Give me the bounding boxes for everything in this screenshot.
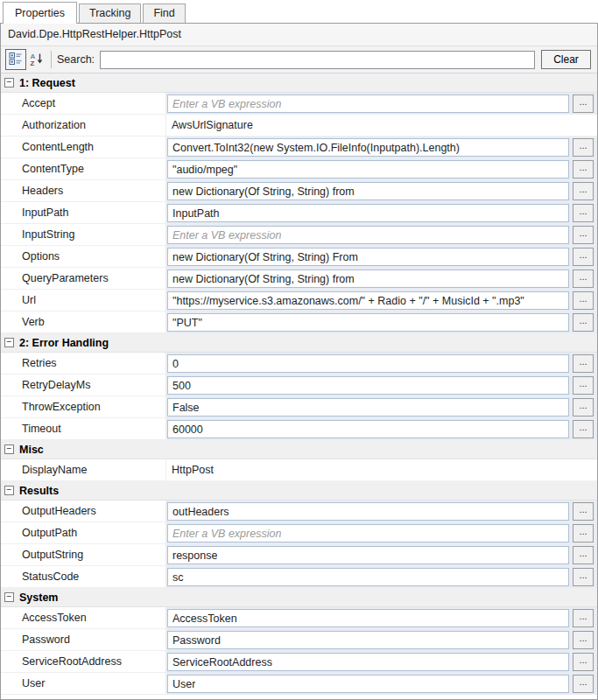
expression-text: Convert.ToInt32(new System.IO.FileInfo(I… [172,142,460,154]
property-row: Url"https://myservice.s3.amazonaws.com/"… [1,290,597,312]
property-label: Url [1,290,166,312]
expression-text: new Dictionary(Of String, String) From [172,251,358,263]
expression-input[interactable]: Enter a VB expression [167,524,569,542]
property-value-cell: AccessToken... [166,607,597,629]
property-value-text[interactable]: AwsUrlSignature [166,119,253,131]
ellipsis-button[interactable]: ... [573,609,594,627]
expression-input[interactable]: new Dictionary(Of String, String) from [167,270,569,288]
ellipsis-button[interactable]: ... [573,398,594,416]
property-row: AcceptEnter a VB expression... [1,93,597,115]
section-header[interactable]: −2: Error Handling [1,333,597,353]
expression-input[interactable]: new Dictionary(Of String, String) from [167,182,569,200]
section-header[interactable]: −System [1,588,597,607]
section-header[interactable]: −Results [1,481,597,500]
ellipsis-button[interactable]: ... [573,270,594,288]
clear-search-button[interactable]: Clear [541,50,591,69]
expression-input[interactable]: 0 [167,354,569,373]
property-label: Headers [1,180,166,202]
ellipsis-button[interactable]: ... [573,94,594,113]
search-input[interactable] [100,51,535,69]
ellipsis-button[interactable]: ... [573,376,594,395]
expression-text: Password [172,634,221,647]
expression-input[interactable]: 60000 [167,420,569,438]
expression-input[interactable]: ServiceRootAddress [167,653,569,671]
ellipsis-button[interactable]: ... [573,354,594,373]
ellipsis-button[interactable]: ... [573,420,594,438]
ellipsis-button[interactable]: ... [573,502,594,521]
property-label: Authorization [1,115,166,136]
ellipsis-button[interactable]: ... [573,653,594,671]
expression-input[interactable]: 500 [167,376,569,395]
ellipsis-button[interactable]: ... [573,138,594,157]
expression-input[interactable]: outHeaders [167,502,569,521]
properties-panel: Properties Tracking Find David.Dpe.HttpR… [0,0,598,700]
expression-input[interactable]: new Dictionary(Of String, String) From [167,248,569,266]
ellipsis-button[interactable]: ... [573,675,594,693]
ellipsis-button[interactable]: ... [573,204,594,222]
ellipsis-button[interactable]: ... [573,313,594,332]
expression-input[interactable]: Enter a VB expression [167,94,569,113]
ellipsis-button[interactable]: ... [573,248,594,266]
property-value-cell: HttpPost [166,459,597,481]
tab-tracking[interactable]: Tracking [79,4,141,23]
expression-text: outHeaders [172,506,229,518]
section-title: Results [19,485,59,497]
property-row: PasswordPassword... [1,629,597,651]
expression-input[interactable]: InputPath [167,204,569,222]
ellipsis-button[interactable]: ... [573,291,594,310]
expression-input[interactable]: Enter a VB expression [167,226,569,244]
expression-input[interactable]: AccessToken [167,609,569,627]
property-label: InputString [1,224,166,246]
property-row: InputStringEnter a VB expression... [1,224,597,246]
property-value-cell: InputPath... [166,202,597,224]
tab-find[interactable]: Find [143,4,185,23]
expression-text: Enter a VB expression [172,98,281,110]
expression-input[interactable]: Convert.ToInt32(new System.IO.FileInfo(I… [167,138,569,157]
expression-input[interactable]: "audio/mpeg" [167,160,569,178]
expression-input[interactable]: sc [167,568,569,586]
property-value-text[interactable]: HttpPost [166,464,214,476]
ellipsis-button[interactable]: ... [573,226,594,244]
property-label: StatusCode [1,566,166,588]
expression-input[interactable]: "PUT" [167,313,569,332]
collapse-minus-icon[interactable]: − [4,78,14,88]
expression-text: "https://myservice.s3.amazonaws.com/" + … [172,295,524,307]
property-row: Retries0... [1,353,597,374]
expression-input[interactable]: Password [167,631,569,649]
ellipsis-button[interactable]: ... [573,631,594,649]
property-row: StatusCodesc... [1,566,597,588]
property-value-cell: new Dictionary(Of String, String) from..… [166,268,597,290]
ellipsis-button[interactable]: ... [573,546,594,564]
collapse-minus-icon[interactable]: − [4,444,14,454]
expression-text: User [172,678,195,690]
expression-input[interactable]: User [167,675,569,693]
expression-input[interactable]: response [167,546,569,564]
collapse-minus-icon[interactable]: − [4,592,14,602]
property-row: Timeout60000... [1,418,597,440]
property-value-cell: User... [166,673,597,695]
property-row: OutputHeadersoutHeaders... [1,500,597,522]
property-value-cell: Enter a VB expression... [166,224,597,246]
expression-text: 500 [172,380,191,392]
property-label: Retries [1,353,166,374]
ellipsis-button[interactable]: ... [573,160,594,178]
property-row: ContentType"audio/mpeg"... [1,158,597,180]
collapse-minus-icon[interactable]: − [4,486,14,495]
property-value-cell: ServiceRootAddress... [166,651,597,673]
expression-text: InputPath [172,207,220,220]
property-value-cell: 0... [166,353,597,374]
expression-input[interactable]: "https://myservice.s3.amazonaws.com/" + … [167,291,569,310]
expression-input[interactable]: False [167,398,569,416]
categorized-view-button[interactable] [5,49,26,70]
property-label: InputPath [1,202,166,224]
ellipsis-button[interactable]: ... [573,182,594,200]
sort-alphabetical-button[interactable]: A Z [26,49,47,70]
section-header[interactable]: −Misc [1,440,597,459]
collapse-minus-icon[interactable]: − [4,338,14,347]
section-header[interactable]: −1: Request [1,74,597,93]
ellipsis-button[interactable]: ... [573,524,594,542]
property-label: OutputHeaders [1,500,166,522]
ellipsis-button[interactable]: ... [573,568,594,586]
property-row: Headersnew Dictionary(Of String, String)… [1,180,597,202]
tab-properties[interactable]: Properties [3,2,77,24]
